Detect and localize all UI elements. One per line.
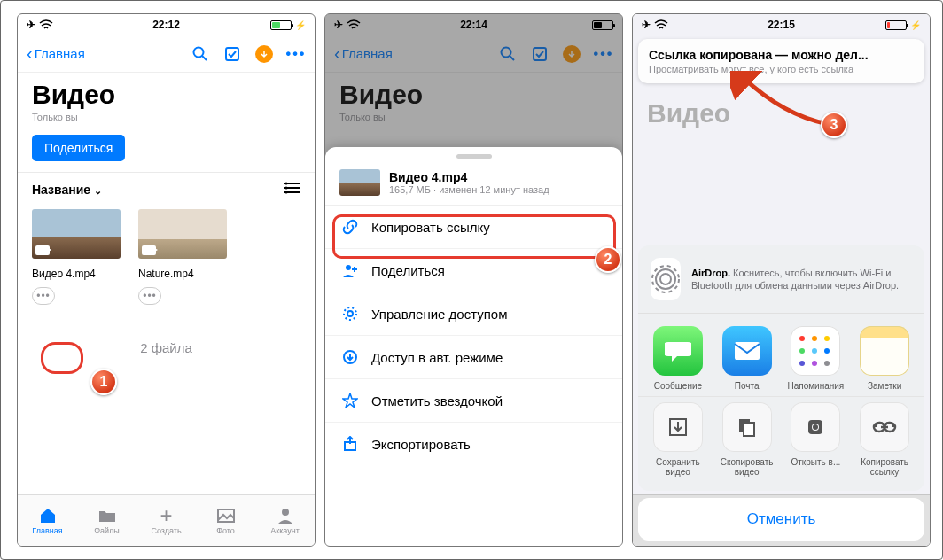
action-copy-video[interactable]: Скопировать видео [718,402,776,477]
file-thumbnail [32,209,121,259]
tab-photo[interactable]: Фото [196,495,255,546]
battery-icon [270,20,292,30]
status-time: 22:12 [152,19,180,31]
action-sheet: Видео 4.mp4 165,7 МБ · изменен 12 минут … [325,147,622,546]
list-view-icon[interactable] [284,182,300,197]
svg-line-1 [202,56,207,60]
page-title: Видео [18,73,315,110]
charging-icon: ⚡ [295,20,306,30]
file-tile[interactable]: Nature.mp4 ••• [138,209,227,305]
status-time: 22:15 [768,19,795,31]
status-bar: ✈ 22:15 ⚡ [633,14,930,35]
share-button[interactable]: Поделиться [32,135,125,161]
video-icon [142,245,156,255]
back-label: Главная [35,46,85,61]
svg-rect-25 [744,423,754,436]
sheet-file-title: Видео 4.mp4 [389,170,549,184]
tab-create[interactable]: +Создать [136,495,196,546]
action-save-video[interactable]: Сохранить видео [649,402,707,477]
sheet-file-meta: 165,7 МБ · изменен 12 минут назад [389,184,549,195]
airplane-icon: ✈ [642,19,651,31]
tab-files[interactable]: Файлы [77,495,136,546]
cancel-button[interactable]: Отменить [638,498,924,541]
phone-screen-2: ✈ 22:14 ‹Главная ••• Видео Только вы Вид… [324,13,623,547]
share-app-messages[interactable]: Сообщение [649,326,707,391]
chevron-left-icon: ‹ [27,43,33,64]
menu-offline[interactable]: Доступ в авт. режиме [325,336,622,379]
phone-screen-3: ✈ 22:15 ⚡ Ссылка копирована — можно дел.… [632,13,931,547]
toast-title: Ссылка копирована — можно дел... [649,48,914,62]
charging-icon: ⚡ [910,20,921,30]
svg-point-20 [656,269,675,289]
file-grid: Видео 4.mp4 ••• Nature.mp4 ••• [18,206,315,308]
svg-point-0 [194,47,204,57]
share-app-mail[interactable]: Почта [718,326,776,391]
file-thumbnail [138,209,227,259]
share-apps-row: Сообщение Почта Напоминания Замет [638,314,924,396]
airdrop-icon [651,258,681,300]
wifi-icon [654,19,668,30]
menu-export[interactable]: Экспортировать [325,423,622,465]
menu-manage-access[interactable]: Управление доступом [325,292,622,336]
svg-point-8 [285,191,288,194]
battery-icon [885,20,907,30]
status-bar: ✈ 22:12 ⚡ [18,14,315,35]
file-tile[interactable]: Видео 4.mp4 ••• [32,209,121,305]
share-actions-row: Сохранить видео Скопировать видео Открыт… [638,396,924,491]
wifi-icon [39,19,53,30]
ios-share-sheet: AirDrop. Коснитесь, чтобы включить Wi-Fi… [638,245,924,541]
tab-account[interactable]: Аккаунт [255,495,315,546]
menu-share[interactable]: Поделиться [325,249,622,292]
back-button[interactable]: ‹ Главная [27,43,85,64]
svg-point-6 [285,183,288,185]
sort-button[interactable]: Название ⌄ [32,183,102,197]
sheet-thumbnail [339,169,380,196]
file-name: Nature.mp4 [138,268,227,280]
file-more-button[interactable]: ••• [138,287,161,305]
svg-point-10 [282,509,289,516]
svg-point-16 [344,307,356,320]
tab-bar: Главная Файлы +Создать Фото Аккаунт [18,494,315,546]
star-icon [341,392,359,409]
svg-point-15 [347,311,353,316]
nav-header: ‹ Главная ••• [18,35,315,73]
svg-point-7 [285,187,288,190]
share-app-reminders[interactable]: Напоминания [787,326,846,391]
file-name: Видео 4.mp4 [32,268,121,280]
file-more-button[interactable]: ••• [32,287,55,305]
airdrop-text: AirDrop. Коснитесь, чтобы включить Wi-Fi… [691,267,912,292]
link-icon [341,218,359,236]
svg-rect-2 [226,48,238,60]
airdrop-row[interactable]: AirDrop. Коснитесь, чтобы включить Wi-Fi… [638,245,924,314]
file-count: 2 файла [18,340,315,355]
search-icon[interactable] [191,44,210,64]
more-icon[interactable]: ••• [286,44,306,64]
export-icon [341,435,359,453]
video-icon [35,245,50,255]
airplane-icon: ✈ [27,19,35,31]
page-title-blurred: Видео [647,98,730,128]
action-open-in[interactable]: Открыть в... [787,402,846,477]
link-copied-toast: Ссылка копирована — можно дел... Просмат… [638,39,924,83]
step-badge-1: 1 [90,369,117,395]
offline-icon [341,348,359,366]
page-subtitle: Только вы [18,110,315,129]
sort-label: Название [32,183,90,197]
chevron-down-icon: ⌄ [94,185,102,196]
toast-subtitle: Просматривать могут все, у кого есть ссы… [649,64,914,74]
share-app-notes[interactable]: Заметки [855,326,914,391]
action-copy-link[interactable]: Копировать ссылку [855,402,914,477]
sheet-grabber[interactable] [456,154,492,159]
svg-point-14 [346,265,351,270]
menu-star[interactable]: Отметить звездочкой [325,379,622,423]
person-plus-icon [341,261,359,279]
tab-home[interactable]: Главная [18,495,77,546]
svg-rect-22 [735,342,760,360]
gear-icon [341,305,359,323]
download-badge-icon[interactable] [254,44,274,64]
menu-copy-link[interactable]: Копировать ссылку [325,206,622,249]
select-icon[interactable] [222,44,242,64]
svg-point-19 [660,274,671,284]
phone-screen-1: ✈ 22:12 ⚡ ‹ Главная ••• Видео Только вы … [17,13,316,547]
